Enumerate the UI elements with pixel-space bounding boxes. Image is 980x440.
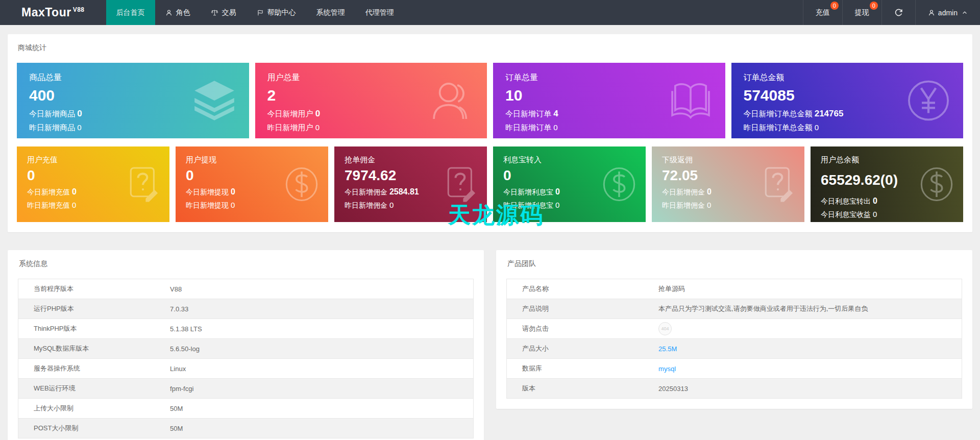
system-info-value: 7.0.33 (155, 299, 473, 319)
stat-card-line: 今日利息宝收益 0 (821, 210, 953, 219)
stat-card-line: 昨日新增用户 0 (267, 123, 475, 133)
system-info-row: 服务器操作系统Linux (18, 359, 474, 379)
line-value: 0 (553, 123, 557, 132)
nav-item-label: 代理管理 (365, 8, 394, 17)
line-value: 2584.81 (389, 187, 419, 196)
system-info-value: fpm-fcgi (155, 379, 473, 399)
system-info-panel: 系统信息 当前程序版本V88运行PHP版本7.0.33ThinkPHP版本5.1… (8, 250, 484, 440)
line-value: 0 (72, 187, 77, 196)
line-value: 0 (72, 201, 76, 209)
doc-question-icon (441, 165, 480, 204)
stat-card-order-amount: 订单总金额574085今日新增订单总金额 214765昨日新增订单总金额 0 (731, 63, 964, 138)
recharge-button[interactable]: 充值0 (803, 0, 842, 25)
withdraw-count-badge: 0 (870, 2, 878, 10)
line-label: 今日利息宝收益 (821, 210, 873, 218)
line-value: 0 (707, 187, 712, 196)
product-team-panel: 产品团队 产品名称抢单源码产品说明本产品只为学习测试交流,请勿要做商业或者用于违… (496, 250, 972, 409)
nav-item-5[interactable]: 系统管理 (306, 0, 355, 25)
product-team-link[interactable]: mysql (658, 365, 676, 373)
layers-icon (191, 77, 238, 124)
mall-stats-panel: 商城统计 商品总量400今日新增商品 0昨日新增商品 0用户总量2今日新增用户 … (8, 34, 972, 232)
nav-item-label: 系统管理 (316, 8, 345, 17)
stat-card-user-recharge: 用户充值0今日新增充值 0昨日新增充值 0 (17, 146, 169, 222)
main-menu: 后台首页角色交易帮助中心系统管理代理管理 (106, 0, 404, 25)
refresh-icon (894, 8, 903, 17)
system-info-value: 5.1.38 LTS (155, 319, 473, 339)
system-info-row: POST大小限制50M (18, 419, 474, 438)
product-team-row: 产品大小25.5M (507, 339, 962, 359)
system-info-label: ThinkPHP版本 (18, 319, 155, 339)
stat-card-user-withdraw: 用户提现0今日新增提现 0昨日新增提现 0 (176, 146, 328, 222)
nav-item-label: 角色 (176, 8, 190, 17)
system-info-label: 服务器操作系统 (18, 359, 155, 379)
line-label: 今日新增提现 (186, 188, 231, 196)
doc-question-icon (758, 165, 797, 204)
line-label: 昨日新增佣金 (662, 201, 707, 209)
nav-item-6[interactable]: 代理管理 (355, 0, 404, 25)
product-team-label: 版本 (507, 379, 644, 399)
product-team-value: 20250313 (643, 379, 962, 399)
system-info-row: MySQL数据库版本5.6.50-log (18, 339, 474, 359)
product-team-row: 产品名称抢单源码 (507, 279, 962, 299)
stat-card-title: 抢单佣金 (345, 155, 477, 165)
system-info-label: 上传大小限制 (18, 399, 155, 419)
withdraw-label: 提现 (855, 8, 869, 17)
user-menu[interactable]: admin (915, 0, 980, 25)
line-label: 今日新增商品 (29, 109, 77, 118)
stat-card-title: 用户提现 (186, 155, 318, 165)
book-icon (667, 77, 714, 124)
product-team-title: 产品团队 (507, 259, 962, 268)
line-label: 昨日新增利息宝 (503, 201, 555, 209)
brand-logo[interactable]: MaxTourV88 (0, 0, 106, 25)
chevron-up-icon (962, 10, 968, 16)
stat-card-grab-commission: 抢单佣金7974.62今日新增佣金 2584.81昨日新增佣金 0 (334, 146, 487, 222)
dollar-circle-icon (282, 165, 321, 204)
stat-card-order-total: 订单总量10今日新增订单 4昨日新增订单 0 (493, 63, 725, 138)
username: admin (938, 9, 958, 17)
system-info-row: 当前程序版本V88 (18, 279, 474, 299)
stat-card-user-total: 用户总量2今日新增用户 0昨日新增用户 0 (255, 63, 487, 138)
product-team-label: 产品名称 (507, 279, 644, 299)
nav-item-1[interactable]: 后台首页 (106, 0, 155, 25)
dollar-circle-icon (600, 165, 639, 204)
nav-item-2[interactable]: 角色 (155, 0, 201, 25)
line-value: 0 (315, 109, 320, 118)
system-info-label: WEB运行环境 (18, 379, 155, 399)
mall-stats-title: 商城统计 (18, 43, 963, 53)
recharge-label: 充值 (816, 8, 830, 17)
main-content: 商城统计 商品总量400今日新增商品 0昨日新增商品 0用户总量2今日新增用户 … (0, 25, 980, 440)
stat-card-title: 下级返佣 (662, 155, 794, 165)
refresh-button[interactable] (881, 0, 915, 25)
product-team-label: 数据库 (507, 359, 644, 379)
nav-item-3[interactable]: 交易 (201, 0, 247, 25)
line-value: 0 (389, 201, 394, 209)
product-team-row: 版本20250313 (507, 379, 962, 399)
stat-card-line: 昨日新增订单 0 (505, 123, 713, 133)
line-label: 今日新增订单 (505, 109, 553, 118)
line-label: 昨日新增提现 (186, 201, 231, 209)
nav-item-4[interactable]: 帮助中心 (247, 0, 306, 25)
brand-version: V88 (73, 6, 85, 13)
nav-item-label: 后台首页 (116, 8, 145, 17)
line-value: 0 (77, 123, 81, 132)
system-info-value: 50M (155, 419, 473, 438)
broken-image-404-badge[interactable]: 404 (658, 322, 672, 335)
system-info-label: 当前程序版本 (18, 279, 155, 299)
line-value: 0 (873, 197, 877, 205)
recharge-count-badge: 0 (830, 2, 839, 10)
person-icon (165, 9, 173, 16)
line-value: 0 (815, 123, 819, 132)
withdraw-button[interactable]: 提现0 (842, 0, 881, 25)
product-team-link[interactable]: 25.5M (658, 345, 677, 353)
stats-row-1: 商品总量400今日新增商品 0昨日新增商品 0用户总量2今日新增用户 0昨日新增… (17, 63, 963, 138)
line-label: 今日新增利息宝 (503, 188, 555, 196)
doc-question-icon (124, 165, 162, 204)
line-label: 今日新增佣金 (662, 188, 707, 196)
stat-card-title: 用户总余额 (821, 155, 953, 165)
product-team-value: mysql (643, 359, 962, 379)
stat-card-product-total: 商品总量400今日新增商品 0昨日新增商品 0 (17, 63, 249, 138)
line-label: 昨日新增商品 (29, 123, 77, 132)
flag-icon (257, 9, 264, 16)
nav-item-label: 帮助中心 (267, 8, 296, 17)
line-label: 昨日新增订单总金额 (744, 123, 815, 132)
